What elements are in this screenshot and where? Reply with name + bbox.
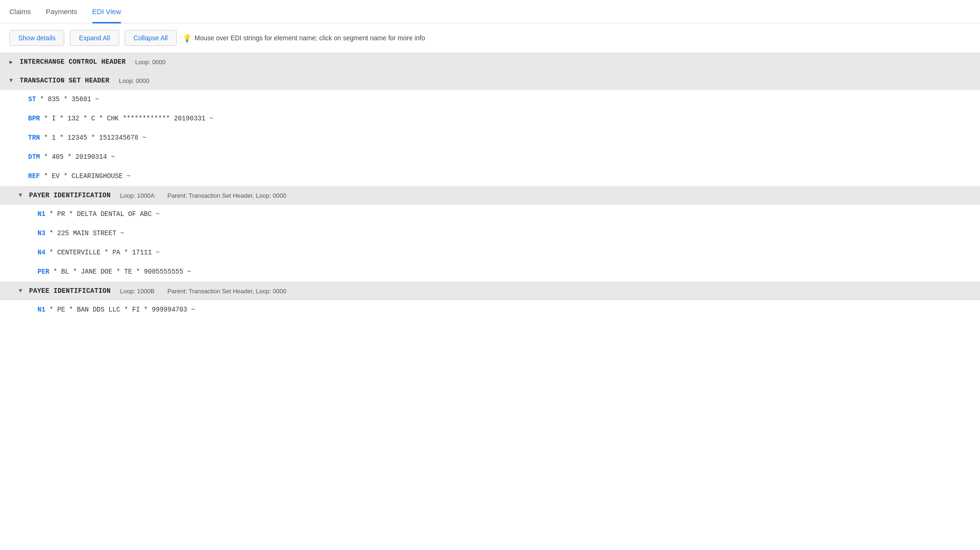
toolbar: Show details Expand All Collapse All 💡 M… [0, 23, 980, 52]
edi-line-bpr: BPR * I * 132 * C * CHK ************ 201… [0, 109, 980, 128]
segment-n3-value: * 225 MAIN STREET ~ [49, 230, 124, 237]
segment-per-value: * BL * JANE DOE * TE * 9005555555 ~ [53, 268, 191, 275]
segment-n1-payee[interactable]: N1 [38, 306, 45, 313]
chevron-icon: ▶ [9, 59, 16, 66]
edi-line-dtm: DTM * 405 * 20190314 ~ [0, 148, 980, 167]
expand-all-button[interactable]: Expand All [70, 30, 119, 46]
segment-bpr[interactable]: BPR [28, 115, 40, 122]
segment-n4[interactable]: N4 [38, 249, 45, 256]
segment-dtm[interactable]: DTM [28, 153, 40, 161]
tab-claims[interactable]: Claims [9, 0, 31, 23]
parent-info: Parent: Transaction Set Header, Loop: 00… [164, 288, 286, 295]
segment-st[interactable]: ST [28, 96, 36, 103]
segment-ref-value: * EV * CLEARINGHOUSE ~ [44, 172, 131, 180]
loop-info: Loop: 1000A [120, 192, 155, 199]
section-interchange-control-header[interactable]: ▶ INTERCHANGE CONTROL HEADER Loop: 0000 [0, 52, 980, 71]
tab-edi-view[interactable]: EDI View [92, 0, 121, 23]
tab-bar: Claims Payments EDI View [0, 0, 980, 23]
segment-n1-payer-value: * PR * DELTA DENTAL OF ABC ~ [49, 210, 159, 218]
section-title: PAYEE IDENTIFICATION [29, 287, 111, 295]
segment-n4-value: * CENTERVILLE * PA * 17111 ~ [49, 249, 159, 256]
tab-payments[interactable]: Payments [46, 0, 77, 23]
section-transaction-set-header[interactable]: ▼ TRANSACTION SET HEADER Loop: 0000 [0, 71, 980, 90]
edi-content: ▶ INTERCHANGE CONTROL HEADER Loop: 0000 … [0, 52, 980, 320]
section-title: INTERCHANGE CONTROL HEADER [20, 58, 126, 66]
edi-line-trn: TRN * 1 * 12345 * 1512345678 ~ [0, 128, 980, 148]
hint-icon: 💡 [182, 34, 192, 43]
section-payer-identification[interactable]: ▼ PAYER IDENTIFICATION Loop: 1000A Paren… [0, 186, 980, 205]
section-title: TRANSACTION SET HEADER [20, 77, 109, 84]
loop-info: Loop: 0000 [119, 77, 149, 84]
edi-line-per: PER * BL * JANE DOE * TE * 9005555555 ~ [0, 262, 980, 282]
edi-line-n1-payer: N1 * PR * DELTA DENTAL OF ABC ~ [0, 205, 980, 224]
segment-ref[interactable]: REF [28, 172, 40, 180]
loop-info: Loop: 1000B [120, 288, 155, 295]
segment-n1-payee-value: * PE * BAN DDS LLC * FI * 999994703 ~ [49, 306, 195, 313]
edi-line-ref: REF * EV * CLEARINGHOUSE ~ [0, 167, 980, 186]
chevron-icon: ▼ [19, 288, 25, 294]
edi-line-n1-payee: N1 * PE * BAN DDS LLC * FI * 999994703 ~ [0, 300, 980, 320]
hint-text: Mouse over EDI strings for element name;… [195, 34, 425, 42]
segment-n3[interactable]: N3 [38, 230, 45, 237]
segment-bpr-value: * I * 132 * C * CHK ************ 2019033… [44, 115, 213, 122]
segment-dtm-value: * 405 * 20190314 ~ [44, 153, 115, 161]
collapse-all-button[interactable]: Collapse All [125, 30, 177, 46]
hint-container: 💡 Mouse over EDI strings for element nam… [182, 34, 425, 43]
section-title: PAYER IDENTIFICATION [29, 192, 111, 199]
segment-trn[interactable]: TRN [28, 134, 40, 141]
chevron-icon: ▼ [19, 192, 25, 199]
edi-line-n3: N3 * 225 MAIN STREET ~ [0, 224, 980, 243]
chevron-icon: ▼ [9, 77, 16, 84]
parent-info: Parent: Transaction Set Header, Loop: 00… [164, 192, 286, 199]
segment-st-value: * 835 * 35681 ~ [40, 96, 99, 103]
segment-per[interactable]: PER [38, 268, 49, 275]
loop-info: Loop: 0000 [135, 59, 166, 66]
edi-line-n4: N4 * CENTERVILLE * PA * 17111 ~ [0, 243, 980, 262]
section-payee-identification[interactable]: ▼ PAYEE IDENTIFICATION Loop: 1000B Paren… [0, 282, 980, 300]
segment-n1-payer[interactable]: N1 [38, 210, 45, 218]
segment-trn-value: * 1 * 12345 * 1512345678 ~ [44, 134, 146, 141]
show-details-button[interactable]: Show details [9, 30, 64, 46]
edi-line-st: ST * 835 * 35681 ~ [0, 90, 980, 109]
